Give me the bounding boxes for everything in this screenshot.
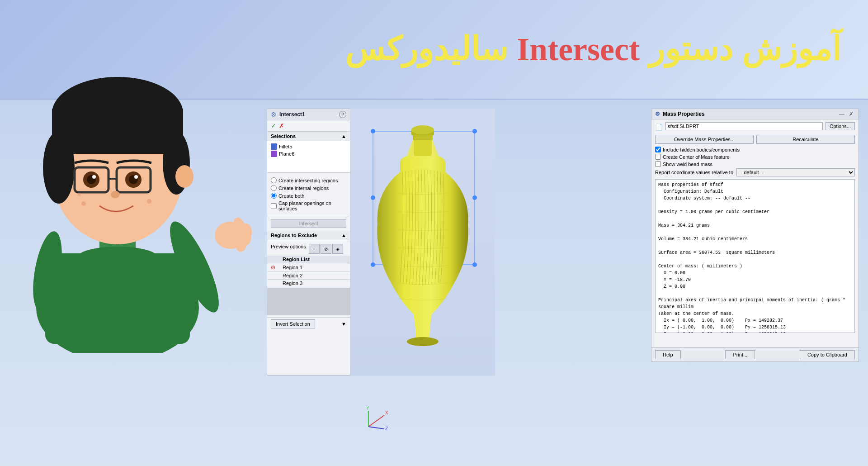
- svg-line-44: [368, 415, 384, 427]
- selections-header: Selections ▲: [267, 132, 350, 141]
- collapse-icon[interactable]: ▲: [341, 133, 346, 139]
- mass-body: 📄 Options... Override Mass Properties...…: [651, 119, 859, 347]
- svg-point-7: [43, 131, 75, 204]
- preview-btn-1[interactable]: +: [309, 244, 320, 254]
- selections-list: Fillet5 Plane6: [267, 141, 350, 173]
- table-row: Region 2: [267, 272, 350, 280]
- svg-point-28: [77, 193, 81, 196]
- override-button[interactable]: Override Mass Properties...: [655, 135, 754, 144]
- minimize-button[interactable]: —: [838, 111, 846, 117]
- panel-toolbar: ✓ ✗: [267, 120, 350, 132]
- include-hidden-checkbox[interactable]: [655, 147, 661, 152]
- cartoon-svg: [0, 0, 262, 353]
- svg-point-37: [371, 195, 375, 200]
- option-both: Create both: [271, 192, 346, 200]
- svg-point-42: [411, 125, 434, 134]
- svg-point-34: [472, 262, 477, 267]
- coord-row: Report coordinate values relative to: --…: [655, 168, 855, 176]
- options-section: Create intersecting regions Create inter…: [267, 173, 350, 216]
- help-button[interactable]: Help: [655, 350, 681, 359]
- regions-collapse-icon[interactable]: ▲: [341, 233, 346, 238]
- mass-footer: Help Print... Copy to Clipboard: [651, 347, 859, 361]
- preview-btn-2[interactable]: ⊘: [321, 244, 331, 254]
- regions-header: Regions to Exclude ▲: [267, 231, 350, 240]
- svg-point-32: [472, 129, 477, 133]
- invert-dropdown-icon[interactable]: ▼: [341, 321, 346, 327]
- mass-icon: ⚙: [655, 111, 660, 117]
- table-row: Region 3: [267, 280, 350, 287]
- svg-line-46: [368, 427, 384, 429]
- recalculate-button[interactable]: Recalculate: [756, 135, 855, 144]
- panel-header: ⚙ Intersect1 ?: [267, 109, 350, 120]
- mass-properties-panel: ⚙ Mass Properties — ✗ 📄 Options... Overr…: [651, 109, 859, 362]
- include-hidden-row: Include hidden bodies/components: [655, 147, 855, 152]
- fillet-icon: [271, 143, 277, 150]
- header-english: Intersect: [517, 31, 640, 67]
- radio-internal[interactable]: [271, 185, 277, 191]
- svg-point-19: [111, 191, 120, 198]
- mass-panel-header: ⚙ Mass Properties — ✗: [651, 109, 859, 119]
- svg-point-18: [134, 175, 138, 179]
- header-farsi-1: آموزش دستور: [649, 31, 841, 67]
- help-icon[interactable]: ?: [339, 111, 346, 118]
- selection-plane: Plane6: [271, 150, 346, 157]
- mass-data-area: Mass properties of sfsdf Configuration: …: [655, 179, 855, 333]
- header-title: آموزش دستور Intersect ساليدوركس: [345, 29, 841, 69]
- show-weld-row: Show weld bead mass: [655, 161, 855, 167]
- checkbox-cap[interactable]: [271, 203, 277, 209]
- axis-indicator: X Y Z: [362, 406, 389, 435]
- svg-point-38: [472, 195, 477, 200]
- mass-btn-row: Override Mass Properties... Recalculate: [655, 135, 855, 144]
- regions-section: Preview options + ⊘ ◈ Region List ⊘ Regi…: [267, 240, 350, 317]
- create-center-row: Create Center of Mass feature: [655, 154, 855, 160]
- invert-row: Invert Selection ▼: [267, 317, 350, 330]
- cancel-button[interactable]: ✗: [279, 122, 284, 129]
- regions-table: Region List ⊘ Region 1 Region 2 Region 3: [267, 256, 350, 287]
- panel-title: Intersect1: [279, 111, 305, 118]
- selection-fillet: Fillet5: [271, 143, 346, 150]
- svg-text:Y: Y: [366, 406, 369, 411]
- svg-point-17: [92, 175, 96, 179]
- region-empty-area: [267, 288, 350, 315]
- svg-point-9: [175, 165, 193, 188]
- mass-data-text: Mass properties of sfsdf Configuration: …: [658, 181, 852, 333]
- svg-point-33: [371, 262, 375, 267]
- preview-toolbar: Preview options + ⊘ ◈: [267, 242, 350, 256]
- print-button[interactable]: Print...: [725, 350, 755, 359]
- show-weld-checkbox[interactable]: [655, 161, 661, 167]
- window-controls: — ✗: [838, 111, 855, 117]
- filename-input[interactable]: [665, 122, 823, 130]
- radio-both[interactable]: [271, 193, 277, 199]
- plane-icon: [271, 151, 277, 157]
- svg-point-27: [147, 199, 151, 204]
- option-intersecting: Create intersecting regions: [271, 176, 346, 184]
- create-center-checkbox[interactable]: [655, 154, 661, 160]
- axis-svg: X Y Z: [362, 406, 389, 433]
- copy-clipboard-button[interactable]: Copy to Clipboard: [800, 350, 855, 359]
- svg-text:Z: Z: [385, 426, 388, 431]
- mass-panel-title: ⚙ Mass Properties: [655, 111, 705, 117]
- close-button[interactable]: ✗: [848, 111, 855, 117]
- header-farsi-2: ساليدوركس: [345, 31, 508, 67]
- coord-select[interactable]: -- default --: [736, 168, 855, 176]
- region1-exclude-icon[interactable]: ⊘: [271, 264, 275, 271]
- region-header-row: Region List: [267, 256, 350, 263]
- table-row: ⊘ Region 1: [267, 263, 350, 272]
- preview-label: Preview options: [271, 244, 306, 254]
- bottle-svg: [355, 120, 491, 364]
- confirm-button[interactable]: ✓: [271, 122, 276, 129]
- svg-point-26: [81, 201, 86, 206]
- option-cap: Cap planar openings on surfaces: [271, 200, 346, 212]
- svg-point-31: [371, 129, 375, 133]
- intersect-button[interactable]: Intersect: [271, 219, 346, 228]
- radio-intersecting[interactable]: [271, 177, 277, 183]
- option-internal: Create internal regions: [271, 184, 346, 192]
- intersect-icon: ⚙: [271, 111, 277, 118]
- preview-btn-3[interactable]: ◈: [332, 244, 343, 254]
- svg-text:X: X: [385, 410, 388, 415]
- options-button[interactable]: Options...: [826, 122, 855, 130]
- model-viewport: [350, 109, 495, 376]
- intersect-panel: ⚙ Intersect1 ? ✓ ✗ Selections ▲ Fillet5 …: [267, 109, 350, 376]
- invert-button[interactable]: Invert Selection: [271, 319, 315, 328]
- svg-point-3: [77, 247, 158, 269]
